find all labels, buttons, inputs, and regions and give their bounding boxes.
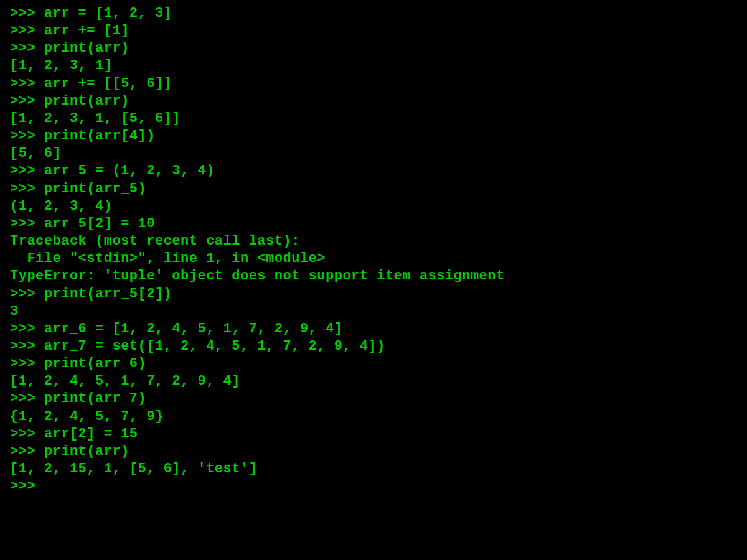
repl-input-text: arr_5[2] = 10	[44, 216, 155, 231]
repl-output-text: TypeError: 'tuple' object does not suppo…	[10, 268, 505, 284]
terminal-line: >>> arr = [1, 2, 3]	[10, 5, 737, 22]
repl-prompt: >>>	[10, 391, 44, 406]
repl-prompt: >>>	[10, 23, 44, 39]
repl-input-text: print(arr[4])	[44, 128, 155, 144]
terminal-line: >>> arr_5[2] = 10	[10, 215, 737, 233]
repl-output-text: (1, 2, 3, 4)	[10, 198, 112, 214]
repl-prompt: >>>	[10, 478, 44, 494]
repl-input-text: print(arr_5)	[44, 181, 146, 197]
repl-output-text: [1, 2, 15, 1, [5, 6], 'test']	[10, 461, 257, 477]
terminal-line: [1, 2, 4, 5, 1, 7, 2, 9, 4]	[10, 373, 737, 390]
repl-prompt: >>>	[10, 181, 44, 197]
repl-input-text: arr += [1]	[44, 23, 129, 39]
terminal-line: >>> arr += [[5, 6]]	[10, 75, 737, 93]
terminal-line: [1, 2, 3, 1, [5, 6]]	[10, 110, 737, 128]
terminal-line: File "<stdin>", line 1, in <module>	[10, 250, 737, 268]
terminal-line: {1, 2, 4, 5, 7, 9}	[10, 408, 737, 426]
repl-input-text: arr_6 = [1, 2, 4, 5, 1, 7, 2, 9, 4]	[44, 321, 343, 337]
repl-prompt: >>>	[10, 76, 44, 91]
repl-prompt: >>>	[10, 128, 44, 144]
terminal-line: [1, 2, 15, 1, [5, 6], 'test']	[10, 460, 737, 478]
repl-prompt: >>>	[10, 444, 44, 459]
terminal-line: Traceback (most recent call last):	[10, 233, 737, 250]
terminal-line: >>> print(arr_7)	[10, 390, 737, 408]
repl-input-text: print(arr_5[2])	[44, 286, 172, 302]
terminal-line: >>> print(arr)	[10, 40, 737, 57]
repl-output-text: 3	[10, 304, 19, 319]
terminal-line: >>> arr_5 = (1, 2, 3, 4)	[10, 162, 737, 180]
repl-output-text: [1, 2, 3, 1, [5, 6]]	[10, 111, 181, 126]
repl-prompt: >>>	[10, 338, 44, 354]
terminal-line: >>> arr += [1]	[10, 22, 737, 40]
repl-prompt: >>>	[10, 93, 44, 109]
repl-current-line[interactable]: >>>	[10, 478, 737, 495]
repl-input-text: print(arr)	[44, 444, 129, 459]
repl-output-text: {1, 2, 4, 5, 7, 9}	[10, 409, 164, 424]
repl-prompt: >>>	[10, 6, 44, 21]
repl-output-text: File "<stdin>", line 1, in <module>	[10, 251, 326, 266]
terminal-line: TypeError: 'tuple' object does not suppo…	[10, 268, 737, 285]
terminal-line: >>> print(arr_5[2])	[10, 286, 737, 303]
terminal-line: >>> arr_6 = [1, 2, 4, 5, 1, 7, 2, 9, 4]	[10, 320, 737, 338]
repl-input-text: arr = [1, 2, 3]	[44, 6, 172, 21]
repl-input-text: print(arr_6)	[44, 356, 146, 371]
terminal-line: >>> print(arr_6)	[10, 355, 737, 373]
terminal-line: [1, 2, 3, 1]	[10, 57, 737, 75]
repl-output-text: Traceback (most recent call last):	[10, 233, 300, 249]
repl-input-text: arr_5 = (1, 2, 3, 4)	[44, 163, 215, 179]
terminal-line: >>> print(arr_5)	[10, 180, 737, 198]
repl-output-text: [5, 6]	[10, 146, 61, 161]
repl-input-text: arr[2] = 15	[44, 426, 138, 442]
terminal-line: 3	[10, 303, 737, 320]
terminal-line: >>> arr[2] = 15	[10, 426, 737, 443]
terminal-line: >>> arr_7 = set([1, 2, 4, 5, 1, 7, 2, 9,…	[10, 338, 737, 355]
repl-input-text: arr += [[5, 6]]	[44, 76, 172, 91]
terminal-line: >>> print(arr)	[10, 93, 737, 110]
terminal-line: >>> print(arr[4])	[10, 128, 737, 145]
repl-prompt: >>>	[10, 216, 44, 231]
repl-prompt: >>>	[10, 426, 44, 442]
terminal-line: (1, 2, 3, 4)	[10, 198, 737, 215]
repl-input-text: print(arr_7)	[44, 391, 146, 406]
repl-input-text: arr_7 = set([1, 2, 4, 5, 1, 7, 2, 9, 4])	[44, 338, 385, 354]
repl-prompt: >>>	[10, 40, 44, 56]
terminal-line: [5, 6]	[10, 145, 737, 162]
terminal-line: >>> print(arr)	[10, 443, 737, 460]
repl-prompt: >>>	[10, 356, 44, 371]
repl-prompt: >>>	[10, 163, 44, 179]
repl-output-text: [1, 2, 4, 5, 1, 7, 2, 9, 4]	[10, 373, 240, 389]
terminal-output[interactable]: >>> arr = [1, 2, 3]>>> arr += [1]>>> pri…	[10, 5, 737, 495]
repl-input-text: print(arr)	[44, 93, 129, 109]
repl-output-text: [1, 2, 3, 1]	[10, 58, 112, 73]
repl-input-text: print(arr)	[44, 40, 129, 56]
repl-prompt: >>>	[10, 286, 44, 302]
repl-prompt: >>>	[10, 321, 44, 337]
